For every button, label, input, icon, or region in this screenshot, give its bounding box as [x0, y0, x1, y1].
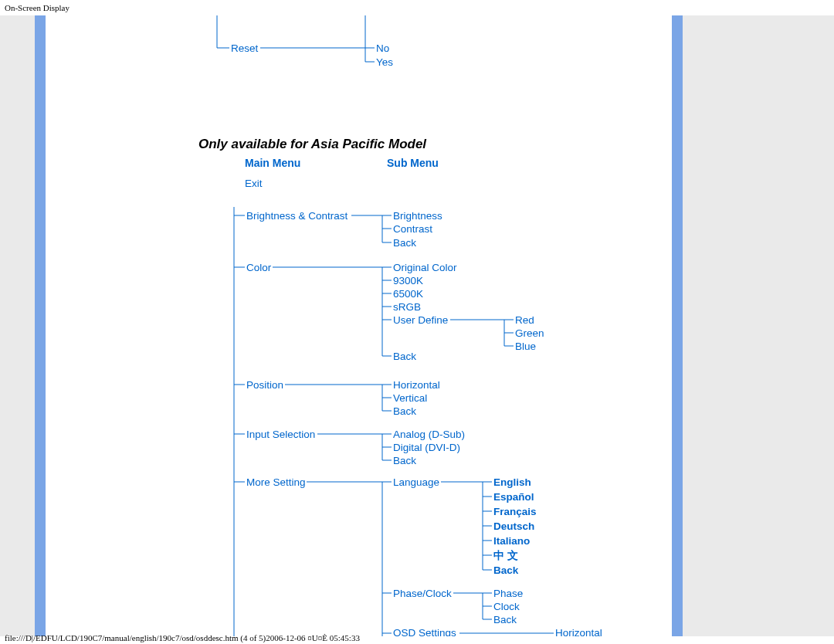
label-digital: Digital (DVI-D) [393, 442, 460, 453]
label-brightness-contrast: Brightness & Contrast [246, 210, 348, 222]
label-blue: Blue [515, 341, 536, 352]
margin-bar-left [35, 15, 46, 636]
label-color: Color [246, 262, 272, 273]
label-deutsch: Deutsch [493, 520, 534, 532]
label-back-1: Back [393, 237, 416, 249]
label-phase: Phase [493, 588, 523, 599]
label-back-6: Back [493, 614, 517, 625]
label-espanol: Español [493, 491, 534, 503]
label-reset: Reset [231, 42, 259, 54]
label-input-selection: Input Selection [246, 429, 315, 440]
label-back-4: Back [393, 455, 416, 466]
label-phase-clock: Phase/Clock [393, 588, 452, 599]
label-analog: Analog (D-Sub) [393, 429, 465, 440]
page-footer: file:///D|/EDFU/LCD/190C7/manual/english… [5, 633, 360, 642]
label-main-menu: Main Menu [245, 157, 300, 169]
label-yes: Yes [376, 56, 393, 68]
label-italiano: Italiano [493, 535, 530, 547]
label-srgb: sRGB [393, 301, 421, 313]
label-back-3: Back [393, 405, 416, 417]
label-user-define: User Define [393, 314, 448, 326]
label-horizontal-1: Horizontal [393, 379, 440, 391]
label-only-asia: Only available for Asia Pacific Model [198, 137, 427, 151]
page-body: Reset No Yes Only available for Asia Pac… [0, 15, 834, 636]
label-no: No [376, 42, 389, 54]
label-brightness: Brightness [393, 210, 442, 222]
label-clock: Clock [493, 601, 520, 612]
label-red: Red [515, 314, 534, 326]
label-more-setting: More Setting [246, 476, 306, 488]
label-horizontal-2: Horizontal [555, 627, 602, 636]
label-english: English [493, 476, 531, 488]
margin-bar-right [672, 15, 683, 636]
label-back-2: Back [393, 351, 416, 362]
osd-tree-diagram: Reset No Yes Only available for Asia Pac… [46, 15, 672, 636]
label-original-color: Original Color [393, 262, 457, 273]
label-vertical: Vertical [393, 392, 427, 404]
label-francais: Français [493, 506, 537, 517]
label-contrast: Contrast [393, 223, 432, 235]
label-back-5: Back [493, 564, 519, 576]
label-position: Position [246, 379, 283, 391]
label-sub-menu: Sub Menu [387, 157, 439, 169]
page-header: On-Screen Display [0, 0, 834, 15]
label-green: Green [515, 327, 544, 339]
label-osd-settings: OSD Settings [393, 627, 456, 636]
label-language: Language [393, 476, 439, 488]
label-exit: Exit [245, 178, 263, 189]
label-6500k: 6500K [393, 288, 423, 300]
label-9300k: 9300K [393, 275, 423, 286]
label-chinese: 中 文 [493, 549, 518, 561]
document-paper: Reset No Yes Only available for Asia Pac… [46, 15, 672, 636]
